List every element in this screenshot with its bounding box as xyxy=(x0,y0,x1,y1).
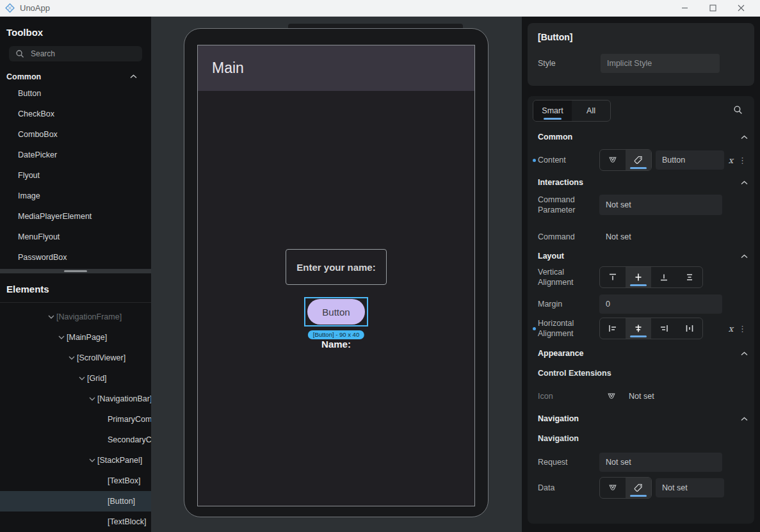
toolbox-item-checkbox[interactable]: CheckBox xyxy=(0,104,151,124)
section-navigation[interactable]: Navigation xyxy=(535,412,748,425)
margin-field[interactable]: 0 xyxy=(599,294,722,314)
toolbox-item-button[interactable]: Button xyxy=(0,83,151,104)
page-title: Main xyxy=(212,60,244,77)
vertical-alignment-toggle xyxy=(599,266,703,288)
tab-all[interactable]: All xyxy=(572,101,610,121)
request-field[interactable]: Not set xyxy=(599,453,722,472)
data-label: Data xyxy=(535,483,599,493)
align-hcenter-icon[interactable] xyxy=(626,318,651,339)
maximize-button[interactable] xyxy=(699,0,727,16)
content-row: Content xyxy=(535,149,747,171)
tag-icon[interactable] xyxy=(626,478,651,498)
chevron-down-icon[interactable] xyxy=(87,458,97,462)
selected-element-card: [Button] Style Implicit Style xyxy=(528,23,754,86)
toolbox-item-image[interactable]: Image xyxy=(0,186,151,206)
titlebar: UnoApp xyxy=(0,0,760,17)
toolbox-group-common[interactable]: Common xyxy=(0,70,151,83)
properties-card: Smart All Common Content xyxy=(528,96,754,524)
section-common[interactable]: Common xyxy=(535,131,748,143)
command-row: Command Not set xyxy=(535,226,747,248)
element-node-scrollviewer[interactable]: [ScrollViewer] xyxy=(0,348,151,368)
expression-icon[interactable]: x xyxy=(729,324,733,334)
command-parameter-row: Command Parameter Not set xyxy=(535,194,747,216)
minimize-button[interactable] xyxy=(670,0,699,16)
vertical-alignment-row: Vertical Alignment xyxy=(535,266,747,288)
page-navbar[interactable]: Main xyxy=(198,45,474,91)
device-screen[interactable]: Main Enter your name: Button [Button] - … xyxy=(197,45,475,506)
element-node-stackpanel[interactable]: [StackPanel] xyxy=(0,450,151,471)
control-extensions-subheader: Control Extensions xyxy=(538,369,611,378)
chevron-up-icon xyxy=(741,135,748,140)
binding-icon[interactable] xyxy=(607,392,616,401)
data-field[interactable]: Not set xyxy=(656,478,724,497)
chevron-up-icon xyxy=(741,417,748,421)
element-node-button[interactable]: [Button] xyxy=(0,491,151,512)
chevron-up-icon xyxy=(130,74,137,79)
close-button[interactable] xyxy=(727,0,755,16)
more-vertical-icon[interactable]: ⋮ xyxy=(738,156,747,165)
vertical-alignment-label: Vertical Alignment xyxy=(535,267,599,287)
more-vertical-icon[interactable]: ⋮ xyxy=(738,324,747,334)
align-vcenter-icon[interactable] xyxy=(626,267,651,287)
align-top-icon[interactable] xyxy=(600,267,626,287)
chevron-down-icon[interactable] xyxy=(87,397,97,401)
element-node-textbox[interactable]: [TextBox] xyxy=(0,471,151,491)
command-parameter-field[interactable]: Not set xyxy=(599,195,722,215)
content-field[interactable]: Button xyxy=(656,150,724,170)
binding-icon[interactable] xyxy=(600,150,626,170)
style-field[interactable]: Implicit Style xyxy=(601,54,720,73)
toolbox-item-menuflyout[interactable]: MenuFlyout xyxy=(0,227,151,247)
element-node-secondarycommands[interactable]: SecondaryCommands xyxy=(0,430,151,450)
element-node-primarycommands[interactable]: PrimaryCommands xyxy=(0,409,151,430)
chevron-down-icon[interactable] xyxy=(67,356,77,360)
expression-icon[interactable]: x xyxy=(729,156,733,165)
selection-outline[interactable]: Button xyxy=(304,297,368,326)
toolbox-item-passwordbox[interactable]: PasswordBox xyxy=(0,247,151,268)
toolbox-item-combobox[interactable]: ComboBox xyxy=(0,124,151,145)
toolbox-list: ButtonCheckBoxComboBoxDatePickerFlyoutIm… xyxy=(0,83,151,268)
command-label: Command xyxy=(535,232,599,242)
align-hstretch-icon[interactable] xyxy=(677,318,702,339)
icon-value[interactable]: Not set xyxy=(629,392,654,401)
tab-smart[interactable]: Smart xyxy=(533,101,572,121)
margin-row: Margin 0 xyxy=(535,293,747,315)
align-right-icon[interactable] xyxy=(651,318,677,339)
chevron-down-icon[interactable] xyxy=(46,315,56,319)
toolbox-title: Toolbox xyxy=(0,17,151,38)
app-logo-icon xyxy=(5,3,15,13)
element-node-mainpage[interactable]: [MainPage] xyxy=(0,327,151,348)
canvas-textbox[interactable]: Enter your name: xyxy=(286,249,387,285)
command-parameter-label: Command Parameter xyxy=(535,195,599,215)
element-node-textblock[interactable]: [TextBlock] xyxy=(0,512,151,532)
binding-icon[interactable] xyxy=(600,478,626,498)
element-node-grid[interactable]: [Grid] xyxy=(0,368,151,389)
toolbox-search[interactable] xyxy=(9,46,142,61)
align-left-icon[interactable] xyxy=(600,318,626,339)
property-tabs: Smart All xyxy=(533,100,611,122)
element-node-navigationbar[interactable]: [NavigationBar] xyxy=(0,389,151,409)
search-input[interactable] xyxy=(31,49,120,58)
margin-label: Margin xyxy=(535,299,599,309)
design-canvas[interactable]: Main Enter your name: Button [Button] - … xyxy=(151,17,522,532)
section-appearance[interactable]: Appearance xyxy=(535,347,748,360)
command-value[interactable]: Not set xyxy=(599,232,631,241)
tag-icon[interactable] xyxy=(626,150,651,170)
chevron-down-icon[interactable] xyxy=(56,335,67,339)
name-textblock[interactable]: Name: xyxy=(321,339,351,350)
properties-search-icon[interactable] xyxy=(733,105,743,115)
align-bottom-icon[interactable] xyxy=(651,267,677,287)
left-sidebar: Toolbox Common ButtonCheckBoxComboBoxDat… xyxy=(0,17,151,532)
property-inspector: [Button] Style Implicit Style Smart All xyxy=(522,17,760,532)
chevron-down-icon[interactable] xyxy=(77,376,87,380)
section-interactions[interactable]: Interactions xyxy=(535,176,748,189)
selected-element-title: [Button] xyxy=(538,32,744,42)
selected-indicator xyxy=(630,335,647,337)
toolbox-item-mediaplayerelement[interactable]: MediaPlayerElement xyxy=(0,206,151,227)
canvas-button[interactable]: Button xyxy=(307,299,365,325)
element-node-navigationframe[interactable]: [NavigationFrame] xyxy=(0,307,151,327)
panel-splitter[interactable] xyxy=(0,269,151,273)
align-vstretch-icon[interactable] xyxy=(677,267,702,287)
toolbox-item-datepicker[interactable]: DatePicker xyxy=(0,145,151,165)
toolbox-item-flyout[interactable]: Flyout xyxy=(0,165,151,186)
section-layout[interactable]: Layout xyxy=(535,250,748,262)
